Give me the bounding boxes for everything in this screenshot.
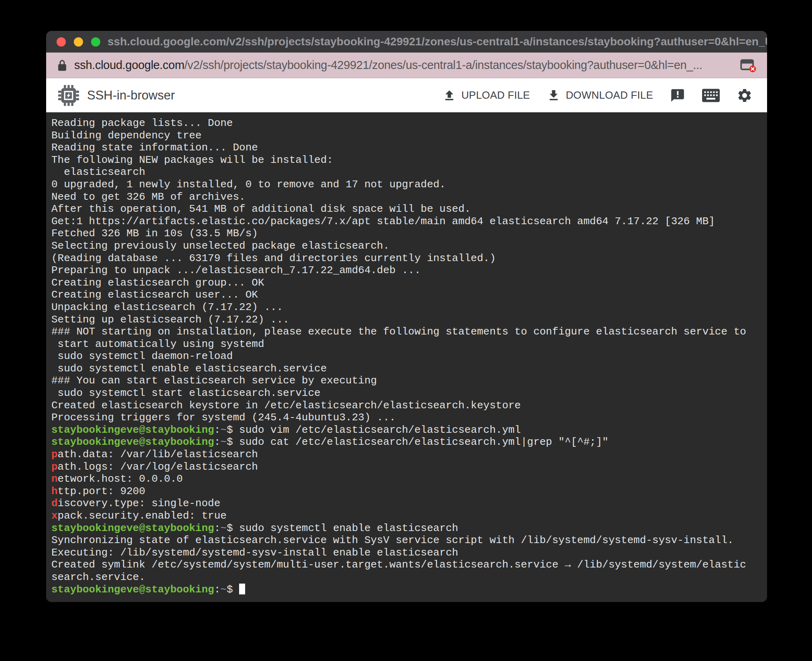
- terminal-output: Reading package lists... DoneBuilding de…: [51, 117, 763, 596]
- terminal-line: Setting up elasticsearch (7.17.22) ...: [51, 314, 763, 326]
- terminal-line: Reading package lists... Done: [51, 117, 763, 130]
- url-domain: ssh.cloud.google.com: [74, 59, 185, 71]
- download-file-label: DOWNLOAD FILE: [566, 89, 653, 101]
- terminal-line: ### You can start elasticsearch service …: [51, 375, 763, 387]
- settings-gear-icon[interactable]: [737, 87, 753, 103]
- terminal-line: staybookingeve@staybooking:~$: [51, 584, 763, 596]
- header-actions: UPLOAD FILE DOWNLOAD FILE: [443, 87, 753, 103]
- terminal-line: Creating elasticsearch user... OK: [51, 289, 763, 301]
- window-title: ssh.cloud.google.com/v2/ssh/projects/sta…: [100, 35, 767, 48]
- terminal-line: Reading state information... Done: [51, 142, 763, 154]
- terminal-line: After this operation, 541 MB of addition…: [51, 203, 763, 215]
- app-title: SSH-in-browser: [87, 88, 175, 103]
- terminal[interactable]: Reading package lists... DoneBuilding de…: [46, 112, 767, 602]
- minimize-button[interactable]: [74, 37, 83, 47]
- terminal-line: 0 upgraded, 1 newly installed, 0 to remo…: [51, 178, 763, 191]
- terminal-line: ### NOT starting on installation, please…: [51, 326, 763, 338]
- app-header: SSH-in-browser UPLOAD FILE DOWNLOAD FILE: [46, 78, 767, 112]
- terminal-line: Creating elasticsearch group... OK: [51, 277, 763, 289]
- terminal-line: staybookingeve@staybooking:~$ sudo syste…: [51, 522, 763, 535]
- terminal-line: Preparing to unpack .../elasticsearch_7.…: [51, 264, 763, 277]
- terminal-line: Created symlink /etc/systemd/system/mult…: [51, 559, 763, 571]
- terminal-cursor: [239, 584, 245, 594]
- terminal-line: path.data: /var/lib/elasticsearch: [51, 448, 763, 461]
- keyboard-icon[interactable]: [702, 89, 720, 102]
- terminal-line: Need to get 326 MB of archives.: [51, 191, 763, 203]
- download-file-button[interactable]: DOWNLOAD FILE: [547, 89, 653, 102]
- terminal-line: network.host: 0.0.0.0: [51, 473, 763, 485]
- terminal-line: Synchronizing state of elasticsearch.ser…: [51, 534, 763, 547]
- terminal-line: path.logs: /var/log/elasticsearch: [51, 461, 763, 473]
- feedback-icon[interactable]: [670, 88, 685, 103]
- lock-icon[interactable]: [57, 59, 68, 72]
- terminal-line: http.port: 9200: [51, 485, 763, 498]
- terminal-line: staybookingeve@staybooking:~$ sudo cat /…: [51, 436, 763, 448]
- terminal-line: xpack.security.enabled: true: [51, 510, 763, 522]
- upload-icon: [443, 89, 456, 102]
- terminal-line: Fetched 326 MB in 10s (33.5 MB/s): [51, 227, 763, 240]
- terminal-line: sudo systemctl daemon-reload: [51, 350, 763, 363]
- address-bar[interactable]: ssh.cloud.google.com/v2/ssh/projects/sta…: [46, 53, 767, 78]
- terminal-line: staybookingeve@staybooking:~$ sudo vim /…: [51, 424, 763, 436]
- close-button[interactable]: [57, 37, 66, 47]
- browser-window: ssh.cloud.google.com/v2/ssh/projects/sta…: [46, 31, 767, 602]
- terminal-line: sudo systemctl enable elasticsearch.serv…: [51, 363, 763, 375]
- terminal-line: search.service.: [51, 571, 763, 584]
- window-titlebar: ssh.cloud.google.com/v2/ssh/projects/sta…: [46, 31, 767, 53]
- terminal-line: Unpacking elasticsearch (7.17.22) ...: [51, 301, 763, 314]
- terminal-line: Processing triggers for systemd (245.4-4…: [51, 412, 763, 424]
- chip-logo-icon: [58, 85, 79, 106]
- terminal-line: elasticsearch: [51, 166, 763, 178]
- url-path: /v2/ssh/projects/staybooking-429921/zone…: [185, 59, 702, 71]
- terminal-line: (Reading database ... 63179 files and di…: [51, 252, 763, 265]
- terminal-line: start automatically using systemd: [51, 338, 763, 351]
- zoom-button[interactable]: [91, 37, 100, 47]
- terminal-line: Executing: /lib/systemd/systemd-sysv-ins…: [51, 547, 763, 559]
- download-icon: [547, 89, 560, 102]
- upload-file-label: UPLOAD FILE: [461, 89, 530, 101]
- upload-file-button[interactable]: UPLOAD FILE: [443, 89, 530, 102]
- terminal-line: Created elasticsearch keystore in /etc/e…: [51, 399, 763, 412]
- terminal-line: The following NEW packages will be insta…: [51, 154, 763, 166]
- terminal-line: sudo systemctl start elasticsearch.servi…: [51, 387, 763, 399]
- terminal-line: Building dependency tree: [51, 130, 763, 142]
- popup-blocked-icon[interactable]: [740, 58, 757, 73]
- terminal-line: discovery.type: single-node: [51, 497, 763, 510]
- app-brand: SSH-in-browser: [58, 85, 175, 106]
- screen: ssh.cloud.google.com/v2/ssh/projects/sta…: [0, 0, 812, 661]
- url-text[interactable]: ssh.cloud.google.com/v2/ssh/projects/sta…: [74, 59, 733, 72]
- traffic-lights: [57, 37, 100, 47]
- terminal-line: Selecting previously unselected package …: [51, 240, 763, 252]
- terminal-line: Get:1 https://artifacts.elastic.co/packa…: [51, 215, 763, 228]
